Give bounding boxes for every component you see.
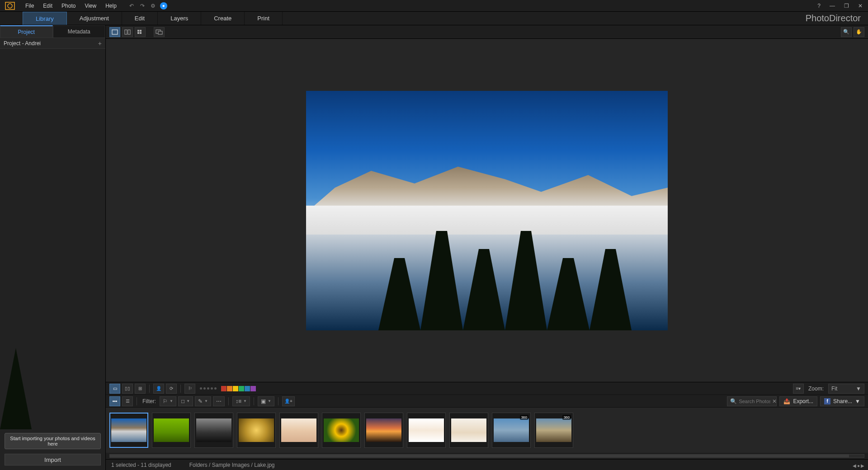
menu-photo[interactable]: Photo [57,1,80,11]
tab-print[interactable]: Print [245,12,283,25]
tree-section-albums[interactable]: ▶Albums+ [16,150,23,160]
browser-mode-2-icon[interactable]: ▯▯ [122,384,133,394]
rotate-icon[interactable]: ⟳ [166,384,177,394]
tab-library[interactable]: Library [23,12,67,25]
menu-edit[interactable]: Edit [38,1,57,11]
search-input[interactable] [739,399,770,404]
tree-item[interactable]: ▷▪5 Stars (0) [16,95,30,104]
thumb-size-list-icon[interactable]: ☰ [122,396,133,406]
sidebar-sub-tabs: Project Metadata [0,25,105,38]
thumbnail-pano1[interactable]: 360 [492,413,531,448]
add-person-icon[interactable]: 👤+ [282,396,295,406]
thumbnail-portrait3[interactable] [449,413,488,448]
rating-dot[interactable] [203,387,206,390]
close-button[interactable]: ✕ [856,2,864,10]
tree-section-tags[interactable]: ▶Tags+ [16,160,23,170]
tree-section-faces[interactable]: ▶Faces [16,170,23,180]
tree-section-folders[interactable]: ▼Folders [16,122,23,132]
thumbnail-portrait2[interactable] [407,413,446,448]
browser-mode-1-icon[interactable]: ▭ [109,384,120,394]
thumb-size-small-icon[interactable]: ▪▪▪ [109,396,120,406]
pan-tool-icon[interactable]: ✋ [854,27,864,37]
export-button[interactable]: 📤 Export... [779,396,817,406]
filter-more-dropdown[interactable]: ⋯ [213,396,225,406]
zoom-select[interactable]: Fit ▼ [828,384,864,394]
thumbnail-road-bw[interactable] [194,413,233,448]
thumbnail-field[interactable] [152,413,191,448]
expand-icon: ▷ [27,98,29,102]
thumbnail-pano2[interactable]: 360 [534,413,573,448]
filter-flag-dropdown[interactable]: ⚐▼ [160,396,176,406]
view-mode-compare-icon[interactable] [122,27,133,37]
sub-tab-metadata[interactable]: Metadata [53,25,106,38]
import-button[interactable]: Import [5,454,101,465]
color-swatch[interactable] [221,386,226,391]
help-button[interactable]: ? [816,2,822,10]
tab-adjustment[interactable]: Adjustment [67,12,122,25]
thumbnail-sunset[interactable] [364,413,403,448]
menu-help[interactable]: Help [101,1,121,11]
minimize-button[interactable]: — [828,2,837,10]
secondary-display-icon[interactable] [154,27,165,37]
color-swatch[interactable] [239,386,244,391]
color-swatch[interactable] [250,386,256,391]
rating-dot[interactable] [214,387,217,390]
undo-icon[interactable]: ↶ [127,2,136,10]
tree-item[interactable]: ▷▪CyberLink Cloud (0) [16,104,30,113]
thumbnail-sunflower[interactable] [322,413,361,448]
tree-item[interactable]: ▷▪Local Disk (C:) [16,132,32,141]
color-swatch[interactable] [233,386,238,391]
sub-tab-project[interactable]: Project [0,25,53,38]
share-button[interactable]: f Share... ▼ [820,396,864,406]
preview-area[interactable] [106,39,868,382]
app-logo-icon [4,1,16,10]
facebook-icon: f [824,398,830,404]
search-box[interactable]: 🔍 ✕ [727,396,777,406]
rating-dot[interactable] [211,387,213,390]
menu-file[interactable]: File [21,1,38,11]
tree-section-smart-collection[interactable]: ▼Smart Collection+ [16,49,23,59]
view-mode-single-icon[interactable] [109,27,120,37]
color-swatch[interactable] [245,386,250,391]
zoom-tool-icon[interactable]: 🔍 [841,27,852,37]
clear-search-icon[interactable]: ✕ [772,398,777,404]
filter-edit-dropdown[interactable]: ✎▼ [195,396,211,406]
filmstrip[interactable]: 360360 [106,408,868,453]
color-swatch[interactable] [227,386,232,391]
notification-icon[interactable]: ● [160,2,167,9]
thumbnail-spiral[interactable] [237,413,276,448]
tree-item[interactable]: ▷▪All Photos (11) [16,59,30,68]
stack-dropdown[interactable]: ▣▼ [258,396,274,406]
tree-item[interactable]: ▷▪Recently Edited (0) [16,68,30,77]
rating-dots[interactable] [197,387,219,390]
view-mode-grid-icon[interactable] [135,27,146,37]
tab-edit[interactable]: Edit [122,12,158,25]
face-tag-icon[interactable]: 👤 [153,384,164,394]
sort-icon[interactable]: ≡▾ [793,384,804,394]
filmstrip-nav[interactable]: ◀●▶ [853,463,864,468]
flag-icon[interactable]: ⚐ [184,384,195,394]
filmstrip-scrollbar[interactable]: ◀●▶ [106,453,868,459]
redo-icon[interactable]: ↷ [138,2,146,10]
thumbnail-lake[interactable] [109,413,148,448]
tree-item[interactable]: ▷▪Latest Imports (0) [16,77,30,86]
thumbnail-portrait1[interactable] [279,413,318,448]
rating-dot[interactable] [200,387,202,390]
settings-gear-icon[interactable]: ⚙ [149,2,157,10]
tree-item[interactable]: ▷▪Rejected (0) [16,113,30,122]
tab-layers[interactable]: Layers [158,12,201,25]
sort-order-dropdown[interactable]: ↕≡▼ [232,396,250,406]
expand-icon: ▷ [27,89,29,93]
tree-item[interactable]: ▷▪1 Star or Better (0) [16,86,30,95]
maximize-button[interactable]: ❐ [842,2,851,10]
svg-rect-10 [158,31,162,34]
tree-item[interactable]: ▷▪Sample Images (11) [16,141,32,150]
rating-dot[interactable] [207,387,209,390]
browser-mode-3-icon[interactable]: ⊞ [135,384,146,394]
tab-create[interactable]: Create [201,12,245,25]
export-label: Export... [793,398,813,404]
add-project-button[interactable]: + [98,40,102,47]
menu-view[interactable]: View [80,1,101,11]
svg-rect-4 [128,30,130,34]
filter-label-dropdown[interactable]: □▼ [178,396,193,406]
